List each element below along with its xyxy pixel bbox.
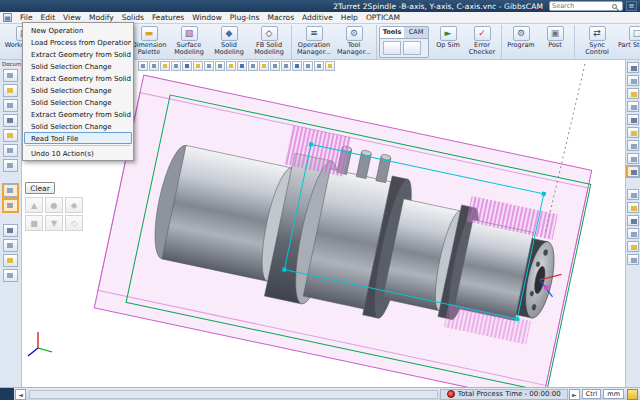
search-box[interactable]	[549, 1, 623, 11]
mini-tool-icon[interactable]	[270, 61, 280, 71]
right-tool-icon[interactable]	[627, 153, 639, 164]
trim-tool-icon[interactable]	[65, 197, 83, 213]
trim-tool-icon[interactable]	[65, 215, 83, 231]
status-box-ctrl[interactable]: Ctrl	[582, 389, 602, 399]
menu-macros[interactable]: Macros	[263, 12, 298, 24]
mini-tool-icon[interactable]	[292, 61, 302, 71]
left-tool-icon[interactable]	[3, 69, 18, 82]
menu-opticam[interactable]: OPTICAM	[362, 12, 404, 24]
trim-tool-icon[interactable]	[25, 215, 43, 231]
right-tool-icon[interactable]	[627, 241, 639, 252]
mini-tool-icon[interactable]	[149, 61, 159, 71]
toolbar-item-op-sim[interactable]: ► Op Sim	[431, 26, 465, 49]
right-tool-icon[interactable]	[627, 228, 639, 239]
menu-item[interactable]: Solid Selection Change	[24, 96, 132, 108]
menu-item-read-tool-file[interactable]: Read Tool File	[24, 132, 132, 144]
timeline-track[interactable]	[29, 390, 438, 399]
tab-cam[interactable]: CAM	[404, 27, 428, 38]
toolbar-item-sync-control[interactable]: ⇄ Sync Control	[577, 26, 617, 56]
right-tool-icon[interactable]	[627, 140, 639, 151]
right-tool-icon[interactable]	[627, 101, 639, 112]
toolbar-item-surface-modeling[interactable]: ▧ Surface Modeling	[169, 26, 209, 56]
mini-tool-icon[interactable]	[281, 61, 291, 71]
mini-tool-icon[interactable]	[193, 61, 203, 71]
menu-features[interactable]: Features	[148, 12, 188, 24]
left-tool-icon[interactable]	[3, 159, 18, 172]
toolbar-item-part-station[interactable]: □ Part Station	[617, 26, 640, 49]
menu-item[interactable]: Solid Selection Change	[24, 84, 132, 96]
menu-item[interactable]: Extract Geometry from Solid	[24, 108, 132, 120]
search-input[interactable]	[552, 2, 612, 10]
mini-tool-icon[interactable]	[182, 61, 192, 71]
left-tool-icon-selected[interactable]	[3, 199, 18, 212]
mini-tool-icon[interactable]	[171, 61, 181, 71]
right-tool-icon[interactable]	[627, 254, 639, 265]
right-tool-icon[interactable]	[627, 215, 639, 226]
trim-tool-icon[interactable]	[45, 197, 63, 213]
menu-help[interactable]: Help	[337, 12, 362, 24]
mini-tool-icon[interactable]	[138, 61, 148, 71]
trim-tool-icon[interactable]	[45, 215, 63, 231]
right-tool-icon[interactable]	[627, 75, 639, 86]
tool-palette-icon[interactable]	[383, 41, 401, 55]
toolbar-item-post[interactable]: ▣ Post	[538, 26, 572, 49]
search-icon[interactable]	[612, 4, 617, 9]
right-tool-icon[interactable]	[627, 189, 639, 200]
scroll-right-icon[interactable]: ►	[569, 389, 580, 400]
left-tool-icon[interactable]	[3, 129, 18, 142]
surface-modeling-icon: ▧	[181, 26, 198, 41]
mini-tool-icon[interactable]	[204, 61, 214, 71]
scroll-left-icon[interactable]: ◄	[15, 389, 26, 400]
right-tool-icon[interactable]	[627, 88, 639, 99]
mini-tool-icon[interactable]	[259, 61, 269, 71]
toolbar-item-tool-manager[interactable]: ⚙ Tool Manager...	[334, 26, 374, 56]
menu-additive[interactable]: Additive	[298, 12, 337, 24]
left-tool-icon[interactable]	[3, 224, 18, 237]
status-warning-icon[interactable]	[627, 389, 638, 400]
mini-tool-icon[interactable]	[314, 61, 324, 71]
menu-item[interactable]: Solid Selection Change	[24, 60, 132, 72]
right-tool-icon[interactable]	[627, 62, 639, 73]
left-tool-icon-selected[interactable]	[3, 184, 18, 197]
menu-plugins[interactable]: Plug-Ins	[226, 12, 264, 24]
document-icon[interactable]: ▤	[3, 13, 12, 22]
menu-item[interactable]: Extract Geometry from Solid	[24, 48, 132, 60]
toolbar-item-solid-modeling[interactable]: ◆ Solid Modeling	[209, 26, 249, 56]
left-tool-icon[interactable]	[3, 99, 18, 112]
trim-tool-icon[interactable]	[25, 197, 43, 213]
right-tool-icon-selected[interactable]	[627, 166, 639, 177]
mini-tool-icon[interactable]	[215, 61, 225, 71]
mini-tool-icon[interactable]	[248, 61, 258, 71]
clear-button[interactable]: Clear	[25, 182, 55, 194]
right-tool-icon[interactable]	[627, 114, 639, 125]
left-tool-icon[interactable]	[3, 254, 18, 267]
mini-tool-icon[interactable]	[303, 61, 313, 71]
toolbar-item-fb-solid-modeling[interactable]: ◇ FB Solid Modeling	[249, 26, 289, 56]
menu-item[interactable]: Load Process from Operation	[24, 36, 132, 48]
mini-tool-icon[interactable]	[226, 61, 236, 71]
toolbar-item-error-checker[interactable]: ✓ Error Checker	[465, 26, 499, 56]
right-tool-icon[interactable]	[627, 127, 639, 138]
mini-tool-icon[interactable]	[160, 61, 170, 71]
menu-window[interactable]: Window	[188, 12, 226, 24]
toolbar-item-dimension-palette[interactable]: ▬ Dimension Palette	[129, 26, 169, 56]
left-tool-icon[interactable]	[3, 144, 18, 157]
toolbar-item-program[interactable]: ⚙ Program	[504, 26, 538, 49]
menu-item[interactable]: Extract Geometry from Solid	[24, 72, 132, 84]
app-menu-button[interactable]: ≡	[626, 1, 637, 11]
status-box-units[interactable]: mm	[603, 389, 624, 399]
left-tool-icon[interactable]	[3, 114, 18, 127]
left-tool-icon[interactable]	[3, 269, 18, 282]
left-tool-icon[interactable]	[3, 239, 18, 252]
tab-tools[interactable]: Tools	[380, 27, 404, 38]
mini-tool-icon[interactable]	[325, 61, 335, 71]
mini-tool-icon[interactable]	[237, 61, 247, 71]
menu-item[interactable]: New Operation	[24, 24, 132, 36]
left-tool-icon[interactable]	[3, 84, 18, 97]
solid-modeling-label: Solid Modeling	[209, 42, 249, 56]
menu-item[interactable]: Solid Selection Change	[24, 120, 132, 132]
toolbar-item-operation-manager[interactable]: ≡ Operation Manager...	[294, 26, 334, 56]
menu-item-undo[interactable]: Undo 10 Action(s)	[24, 147, 132, 159]
right-tool-icon[interactable]	[627, 202, 639, 213]
cam-palette-icon[interactable]	[403, 41, 421, 55]
